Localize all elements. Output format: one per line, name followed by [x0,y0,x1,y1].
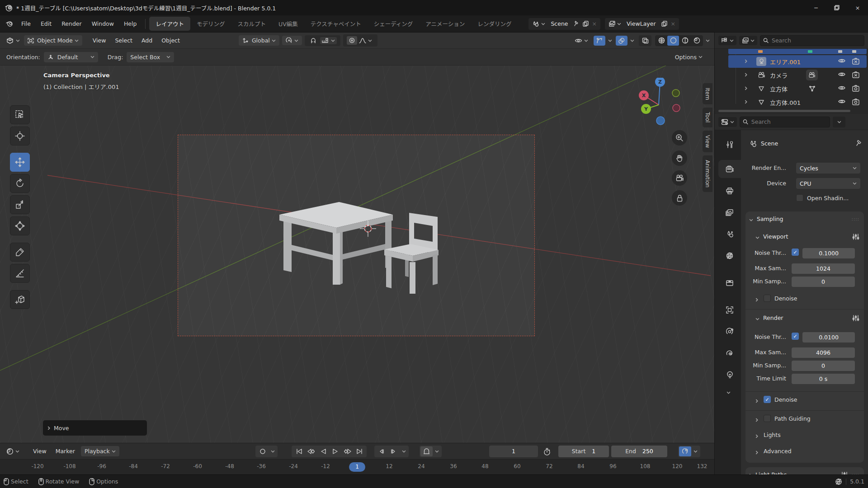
minimize-button[interactable]: ─ [806,0,826,15]
model-table-and-chair[interactable] [0,66,714,443]
viewport-menu-add[interactable]: Add [137,35,157,46]
tool-options-dropdown[interactable]: Options [672,52,705,62]
frame-end-field[interactable]: End 250 [611,446,667,457]
vp-noise-threshold-checkbox[interactable]: ✓ [792,249,799,256]
workspace-tab-layout[interactable]: レイアウト [149,17,190,31]
scene-browse-button[interactable] [530,18,547,30]
frame-back-button[interactable] [375,446,387,456]
auto-keying-dropdown[interactable] [269,446,277,456]
workspace-tab-texture-paint[interactable]: テクスチャペイント [304,17,368,31]
close-button[interactable]: × [847,0,868,15]
vp-denoise-expand[interactable] [755,296,758,303]
device-dropdown[interactable]: CPU [796,178,860,189]
properties-search-input[interactable] [750,118,827,126]
rd-min-samples-field[interactable]: 0 [792,361,855,371]
sidebar-tab-view[interactable]: View [703,131,712,152]
drag-setting-dropdown[interactable]: Select Box [127,52,174,62]
outliner-filter-button[interactable] [739,36,757,45]
zoom-button[interactable] [672,130,687,145]
sidebar-tab-tool[interactable]: Tool [703,108,712,127]
light-paths-header[interactable]: Light Paths :::: [749,471,859,474]
outliner-row-cube-001[interactable]: 立方体.001 [715,95,868,109]
lock-view-button[interactable] [672,190,687,206]
viewport-menu-select[interactable]: Select [110,35,137,46]
outliner-search-input[interactable] [771,37,861,44]
visibility-dropdown[interactable] [572,36,591,45]
scene-unlink-button[interactable]: × [590,20,599,27]
tool-cursor[interactable] [10,127,30,145]
gizmo-axis-neg-x[interactable] [673,104,680,112]
mesh-data-badge[interactable] [806,83,818,94]
tab-world-properties[interactable] [718,247,741,265]
disable-render-toggle[interactable] [852,99,860,105]
pin-icon[interactable] [856,140,862,146]
proportional-edit-toggle[interactable] [347,36,357,45]
rd-noise-threshold-field[interactable]: 0.0100 [802,332,855,343]
pivot-point-selector[interactable] [282,36,302,45]
transform-orientation-selector[interactable]: Global [239,35,279,46]
tool-select-box[interactable] [10,105,30,124]
properties-editor-type-button[interactable] [718,117,737,127]
tool-scale[interactable] [10,195,30,214]
timeline-editor-type-button[interactable] [4,446,22,457]
open-shading-checkbox[interactable] [796,194,803,202]
shading-dropdown[interactable] [703,38,711,43]
frame-start-field[interactable]: Start 1 [558,446,609,457]
viewlayer-new-button[interactable] [660,21,669,27]
presets-icon[interactable] [852,234,859,240]
render-subsection-header[interactable]: Render [755,314,859,321]
show-gizmo-toggle[interactable] [594,36,605,46]
current-frame-field[interactable]: 1 [489,446,538,457]
tool-move[interactable] [10,153,30,172]
advanced-expand[interactable] [755,449,758,456]
overlays-dropdown[interactable] [627,38,635,43]
timeline-menu-playback[interactable]: Playback [81,446,119,456]
next-keyframe-button[interactable] [341,446,354,456]
scene-name[interactable]: Scene [547,20,571,27]
sync-dropdown[interactable] [691,446,699,456]
menu-window[interactable]: Window [87,18,119,29]
tab-scene-properties[interactable] [718,225,741,243]
sidebar-tab-animation[interactable]: Animation [703,155,712,192]
operator-panel-move[interactable]: Move [43,420,147,436]
sampling-section-header[interactable]: Sampling :::: [749,216,859,222]
proportional-falloff-dropdown[interactable] [357,37,374,44]
vp-denoise-checkbox[interactable] [764,295,771,302]
vp-noise-threshold-field[interactable]: 0.1000 [802,248,855,258]
outliner-row-area-light[interactable]: エリア.001 [715,55,868,68]
outliner-row-partial[interactable] [728,49,867,54]
viewport-menu-view[interactable]: View [88,35,111,46]
use-preview-range-button[interactable] [543,448,551,455]
frame-forward-button[interactable] [387,446,400,456]
outliner-row-cube[interactable]: 立方体 [715,82,868,95]
tab-physics-properties[interactable] [718,344,741,362]
workspace-tab-animation[interactable]: アニメーション [419,17,471,31]
presets-icon[interactable] [852,315,859,321]
workspace-tab-uv[interactable]: UV編集 [272,17,304,31]
properties-options-dropdown[interactable] [833,117,845,127]
editor-type-button[interactable] [4,35,23,46]
shading-rendered-button[interactable] [691,36,703,46]
lights-expand[interactable] [755,433,758,440]
maximize-button[interactable] [826,0,847,15]
rd-denoise-checkbox[interactable]: ✓ [764,396,771,403]
tool-annotate[interactable] [10,243,30,262]
current-frame-marker[interactable]: 1 [349,462,365,472]
timeline-menu-marker[interactable]: Marker [51,446,80,457]
viewlayer-name[interactable]: ViewLayer [623,20,660,27]
breadcrumb-label[interactable]: Scene [761,140,778,147]
tab-tool-properties[interactable] [718,136,741,154]
expand-icon[interactable] [745,73,747,77]
tab-light-data-properties[interactable] [718,366,741,384]
hide-viewport-toggle[interactable] [838,99,846,104]
hide-viewport-toggle[interactable] [838,71,846,77]
jump-to-start-button[interactable] [292,446,305,456]
camera-view-button[interactable] [672,170,687,186]
expand-icon[interactable] [745,100,747,104]
mode-selector[interactable]: Object Mode [24,35,82,46]
path-guiding-expand[interactable] [755,417,758,423]
path-guiding-checkbox[interactable] [764,415,771,422]
tool-measure[interactable] [10,264,30,283]
tab-render-properties[interactable] [718,160,741,178]
tab-collection-properties[interactable] [718,274,741,292]
